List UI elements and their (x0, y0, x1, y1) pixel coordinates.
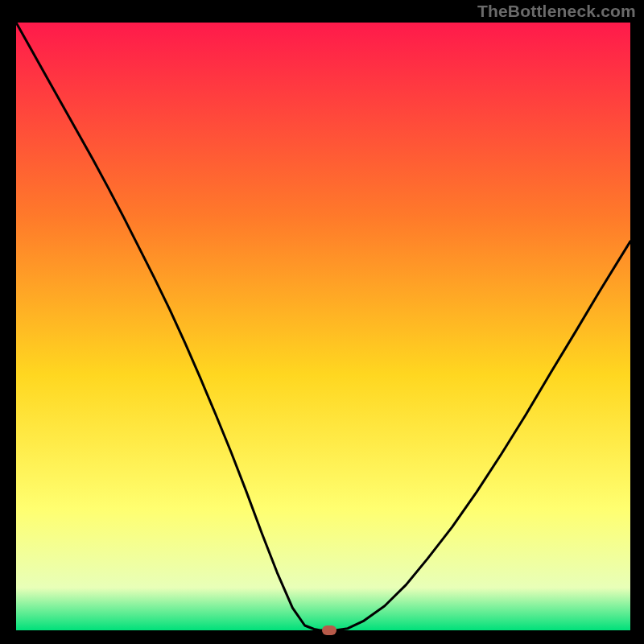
gradient-background (16, 23, 630, 630)
chart-frame: TheBottleneck.com (0, 0, 644, 644)
watermark-text: TheBottleneck.com (477, 2, 636, 21)
minimum-marker (322, 625, 336, 635)
plot-area (16, 23, 630, 630)
chart-svg (16, 23, 630, 630)
